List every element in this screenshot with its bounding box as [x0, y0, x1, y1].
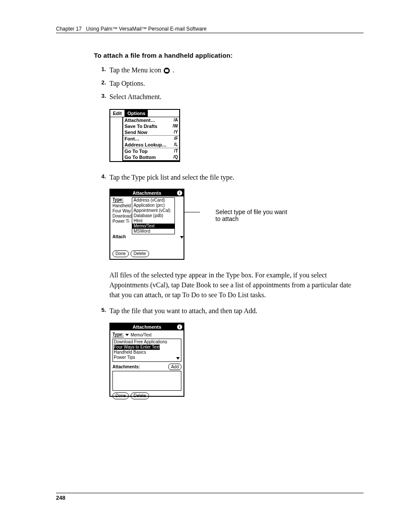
delete-button[interactable]: Delete — [131, 392, 149, 399]
step-text: Select Attachment. — [109, 92, 361, 102]
page-number: 248 — [56, 495, 65, 501]
type-label: Type: — [112, 332, 124, 337]
menuitem-font[interactable]: Font…/F — [123, 136, 179, 142]
type-option[interactable]: Address (vCard) — [132, 198, 174, 203]
callout-line — [184, 212, 200, 212]
figure-attachments-list: Attachments i Type: Memo/Text Download F… — [109, 323, 184, 397]
menuitem-attachment[interactable]: Attachment…/A — [123, 117, 179, 123]
step-number: 4. — [94, 172, 109, 180]
menuitem-address-lookup[interactable]: Address Lookup…/L — [123, 142, 179, 148]
step-2: 2. Tap Options. — [94, 78, 361, 88]
section-heading: To attach a file from a handheld applica… — [94, 52, 361, 59]
menubar: Edit Options — [110, 110, 179, 117]
step-text: Tap the Type pick list and select the fi… — [109, 172, 361, 182]
type-option[interactable]: MSWord — [132, 229, 174, 234]
type-picker-dropdown[interactable]: Address (vCard) Application (prc) Appoin… — [132, 197, 175, 234]
type-option[interactable]: Database (pdb) — [132, 213, 174, 218]
step-5: 5. Tap the file that you want to attach,… — [94, 306, 361, 316]
step-text: Tap Options. — [109, 78, 361, 88]
figure-options-menu: Edit Options Attachment…/A Save To Draft… — [109, 109, 180, 162]
menuitem-send-now[interactable]: Send Now/Y — [123, 129, 179, 135]
background-list: Handheld Four Way Download Power Ti — [112, 203, 131, 224]
done-button[interactable]: Done — [112, 250, 129, 257]
menu-options[interactable]: Options — [125, 110, 148, 117]
header-rule — [56, 33, 364, 33]
step-number: 5. — [94, 306, 109, 313]
step-text: Tap the Menu icon . — [109, 65, 361, 75]
dialog-title: Attachments i — [110, 324, 184, 330]
type-option[interactable]: Appointment (vCal) — [132, 208, 174, 213]
dialog-title: Attachments i — [110, 190, 184, 196]
footer-rule — [56, 493, 364, 493]
type-option[interactable]: Html — [132, 218, 174, 224]
type-option-selected[interactable]: Memo/Text — [132, 224, 174, 229]
step-text: Tap the file that you want to attach, an… — [109, 306, 361, 316]
add-button[interactable]: Add — [168, 364, 181, 370]
chapter-title: Using Palm™ VersaMail™ Personal E-mail S… — [86, 26, 206, 32]
chevron-down-icon — [125, 334, 129, 336]
step-number: 1. — [94, 65, 109, 72]
step-4: 4. Tap the Type pick list and select the… — [94, 172, 361, 182]
figure-2-wrap: Attachments i Type: Handheld Four Way Do… — [94, 189, 361, 260]
list-item[interactable]: Power Tips — [114, 355, 180, 360]
type-option[interactable]: Application (prc) — [132, 203, 174, 208]
step-number: 3. — [94, 92, 109, 99]
info-icon[interactable]: i — [177, 324, 182, 330]
figure-attachments-type: Attachments i Type: Handheld Four Way Do… — [109, 189, 184, 260]
type-picker[interactable]: Type: Memo/Text — [112, 332, 181, 337]
main-content: To attach a file from a handheld applica… — [94, 52, 361, 397]
menuitem-go-top[interactable]: Go To Top/T — [123, 148, 179, 154]
list-item[interactable]: Handheld Basics — [114, 350, 180, 355]
chapter-header: Chapter 17 Using Palm™ VersaMail™ Person… — [56, 26, 207, 32]
menuitem-save-drafts[interactable]: Save To Drafts/W — [123, 123, 179, 129]
chapter-number: Chapter 17 — [56, 26, 81, 32]
delete-button[interactable]: Delete — [131, 250, 149, 257]
menuitem-go-bottom[interactable]: Go To Bottom/Q — [123, 154, 179, 160]
scroll-down-icon[interactable] — [180, 236, 184, 240]
attachments-label: Attachments: — [112, 364, 140, 369]
list-item-selected[interactable]: Four Ways to Enter Text — [114, 345, 160, 350]
type-label: Type: — [112, 197, 124, 202]
type-value: Memo/Text — [131, 333, 152, 337]
callout-text: Select type of file you want to attach — [215, 208, 289, 222]
options-dropdown: Attachment…/A Save To Drafts/W Send Now/… — [122, 117, 180, 162]
attachments-box — [112, 371, 181, 391]
step-4-paragraph: All files of the selected type appear in… — [109, 270, 361, 300]
attachments-label: Attach — [112, 234, 126, 239]
step-3: 3. Select Attachment. — [94, 92, 361, 102]
info-icon[interactable]: i — [177, 190, 182, 196]
step-number: 2. — [94, 78, 109, 86]
list-item[interactable]: Download Free Applications — [114, 339, 180, 345]
menu-edit[interactable]: Edit — [110, 110, 125, 117]
done-button[interactable]: Done — [112, 392, 129, 399]
file-list[interactable]: Download Free Applications Four Ways to … — [112, 339, 181, 362]
menu-icon — [164, 68, 170, 74]
step-1: 1. Tap the Menu icon . — [94, 65, 361, 75]
scroll-down-icon[interactable] — [176, 357, 180, 361]
